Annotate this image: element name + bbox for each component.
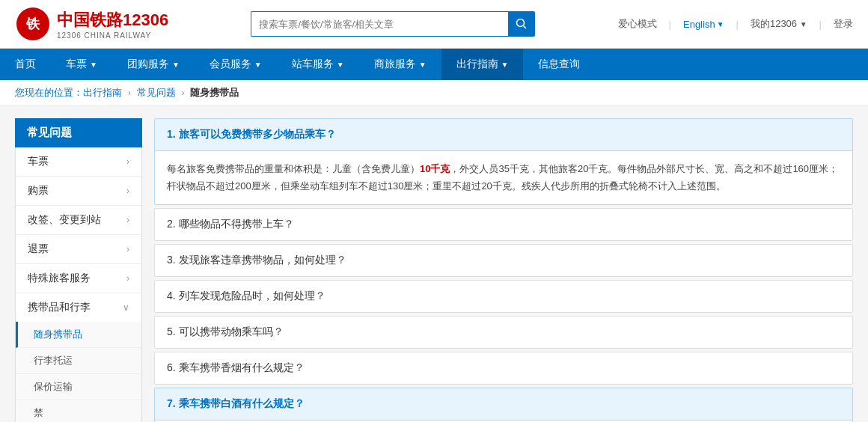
nav-chevron-icon: ▼ bbox=[501, 61, 509, 69]
svg-line-3 bbox=[524, 26, 527, 29]
logo-title: 中国铁路12306 bbox=[57, 9, 168, 31]
header-right: 爱心模式 | English ▼ | 我的12306 ▼ | 登录 bbox=[618, 17, 853, 31]
nav-item-guide[interactable]: 出行指南 ▼ bbox=[441, 49, 524, 80]
svg-text:铁: 铁 bbox=[25, 16, 40, 31]
language-selector[interactable]: English ▼ bbox=[683, 19, 724, 30]
separator-3: | bbox=[819, 19, 822, 30]
faq-question-4[interactable]: 4. 列车发现危险品时，如何处理？ bbox=[155, 281, 852, 312]
sidebar-item-chuanpiao: 车票 › bbox=[16, 147, 141, 177]
logo-sub: 12306 CHINA RAILWAY bbox=[57, 31, 168, 40]
sidebar-item-main-gaiqian[interactable]: 改签、变更到站 › bbox=[16, 206, 141, 234]
faq-item-4: 4. 列车发现危险品时，如何处理？ bbox=[154, 280, 853, 313]
faq-item-2: 2. 哪些物品不得携带上车？ bbox=[154, 208, 853, 241]
header: 铁 中国铁路12306 12306 CHINA RAILWAY 爱心模式 | E… bbox=[0, 0, 868, 49]
sidebar-item-goupiao: 购票 › bbox=[16, 177, 141, 206]
logo-text: 中国铁路12306 12306 CHINA RAILWAY bbox=[57, 9, 168, 40]
faq-item-1: 1. 旅客可以免费携带多少物品乘车？ 每名旅客免费携带品的重量和体积是：儿童（含… bbox=[154, 118, 853, 205]
sidebar-sub-item-forbidden[interactable]: 禁 bbox=[16, 400, 141, 422]
search-button[interactable] bbox=[508, 11, 535, 37]
faq-question-7[interactable]: 7. 乘车携带白酒有什么规定？ bbox=[155, 388, 852, 421]
faq-item-6: 6. 乘车携带香烟有什么规定？ bbox=[154, 352, 853, 385]
faq-question-2[interactable]: 2. 哪些物品不得携带上车？ bbox=[155, 209, 852, 240]
faq-question-3[interactable]: 3. 发现旅客违章携带物品，如何处理？ bbox=[155, 245, 852, 276]
breadcrumb-current: 随身携带品 bbox=[190, 87, 239, 98]
expand-icon: ∨ bbox=[123, 302, 129, 313]
main-content: 常见问题 车票 › 购票 › 改签、变更到站 › bbox=[0, 106, 868, 422]
sidebar-sub-item-baggage[interactable]: 行李托运 bbox=[16, 348, 141, 374]
breadcrumb-faq[interactable]: 常见问题 bbox=[137, 87, 176, 98]
arrow-icon: › bbox=[126, 215, 129, 225]
sidebar-item-tuipiao: 退票 › bbox=[16, 235, 141, 264]
svg-point-2 bbox=[517, 19, 525, 27]
nav-item-member[interactable]: 会员服务 ▼ bbox=[195, 49, 277, 80]
faq-item-3: 3. 发现旅客违章携带物品，如何处理？ bbox=[154, 244, 853, 277]
search-area bbox=[251, 11, 535, 37]
nav-item-group[interactable]: 团购服务 ▼ bbox=[112, 49, 195, 80]
sidebar-menu: 车票 › 购票 › 改签、变更到站 › 退票 › bbox=[15, 147, 142, 422]
sidebar-item-main-luggage[interactable]: 携带品和行李 ∨ bbox=[16, 293, 141, 322]
search-input[interactable] bbox=[251, 11, 508, 37]
faq-question-5[interactable]: 5. 可以携带动物乘车吗？ bbox=[155, 316, 852, 348]
search-icon bbox=[516, 18, 528, 30]
language-label: English bbox=[683, 19, 715, 30]
faq-question-1[interactable]: 1. 旅客可以免费携带多少物品乘车？ bbox=[155, 119, 852, 151]
love-mode[interactable]: 爱心模式 bbox=[618, 17, 657, 31]
logo-icon: 铁 bbox=[15, 6, 51, 42]
faq-item-7: 7. 乘车携带白酒有什么规定？ 在旅客携带品允许携带重量范围内，白酒原包装完好且… bbox=[154, 388, 853, 422]
breadcrumb-sep-1: › bbox=[128, 87, 131, 98]
breadcrumb-guide[interactable]: 您现在的位置：出行指南 bbox=[15, 87, 122, 98]
login-link[interactable]: 登录 bbox=[834, 17, 853, 31]
sidebar-item-main-tuipiao[interactable]: 退票 › bbox=[16, 235, 141, 263]
arrow-icon: › bbox=[126, 156, 129, 167]
sidebar-item-main-special[interactable]: 特殊旅客服务 › bbox=[16, 264, 141, 293]
main-nav: 首页 车票 ▼ 团购服务 ▼ 会员服务 ▼ 站车服务 ▼ 商旅服务 ▼ 出行指南… bbox=[0, 49, 868, 80]
language-chevron-icon: ▼ bbox=[717, 20, 724, 28]
sidebar: 常见问题 车票 › 购票 › 改签、变更到站 › bbox=[15, 118, 142, 422]
nav-chevron-icon: ▼ bbox=[419, 61, 427, 69]
nav-item-station[interactable]: 站车服务 ▼ bbox=[277, 49, 359, 80]
faq-item-5: 5. 可以携带动物乘车吗？ bbox=[154, 316, 853, 349]
breadcrumb-sep-2: › bbox=[181, 87, 184, 98]
sidebar-item-main-chuanpiao[interactable]: 车票 › bbox=[16, 147, 141, 176]
my-account[interactable]: 我的12306 ▼ bbox=[751, 17, 807, 31]
sidebar-sub-item-carry[interactable]: 随身携带品 bbox=[16, 322, 141, 348]
highlight-weight: 10千克 bbox=[420, 163, 450, 174]
sidebar-item-main-goupiao[interactable]: 购票 › bbox=[16, 177, 141, 205]
sidebar-item-gaiqian: 改签、变更到站 › bbox=[16, 206, 141, 235]
arrow-icon: › bbox=[126, 244, 129, 254]
sidebar-item-luggage: 携带品和行李 ∨ 随身携带品 行李托运 保价运输 禁 bbox=[16, 293, 141, 422]
nav-chevron-icon: ▼ bbox=[90, 61, 97, 69]
arrow-icon: › bbox=[126, 186, 129, 196]
faq-content: 1. 旅客可以免费携带多少物品乘车？ 每名旅客免费携带品的重量和体积是：儿童（含… bbox=[154, 118, 853, 422]
arrow-icon: › bbox=[126, 273, 129, 284]
sidebar-item-special: 特殊旅客服务 › bbox=[16, 264, 141, 293]
faq-answer-1: 每名旅客免费携带品的重量和体积是：儿童（含免费儿童）10千克，外交人员35千克，… bbox=[155, 151, 852, 204]
nav-item-tickets[interactable]: 车票 ▼ bbox=[51, 49, 112, 80]
faq-question-6[interactable]: 6. 乘车携带香烟有什么规定？ bbox=[155, 352, 852, 384]
separator-1: | bbox=[669, 19, 671, 30]
sidebar-sub-item-insurance[interactable]: 保价运输 bbox=[16, 374, 141, 400]
account-chevron-icon: ▼ bbox=[800, 20, 807, 28]
logo-area: 铁 中国铁路12306 12306 CHINA RAILWAY bbox=[15, 6, 168, 42]
breadcrumb: 您现在的位置：出行指南 › 常见问题 › 随身携带品 bbox=[0, 80, 868, 106]
sidebar-header: 常见问题 bbox=[15, 118, 142, 147]
nav-chevron-icon: ▼ bbox=[254, 61, 262, 69]
nav-item-home[interactable]: 首页 bbox=[0, 49, 51, 80]
sidebar-sub-luggage: 随身携带品 行李托运 保价运输 禁 bbox=[16, 322, 141, 422]
separator-2: | bbox=[736, 19, 739, 30]
nav-chevron-icon: ▼ bbox=[337, 61, 344, 69]
nav-item-business[interactable]: 商旅服务 ▼ bbox=[359, 49, 441, 80]
nav-item-info[interactable]: 信息查询 bbox=[523, 49, 595, 80]
nav-chevron-icon: ▼ bbox=[172, 61, 180, 69]
